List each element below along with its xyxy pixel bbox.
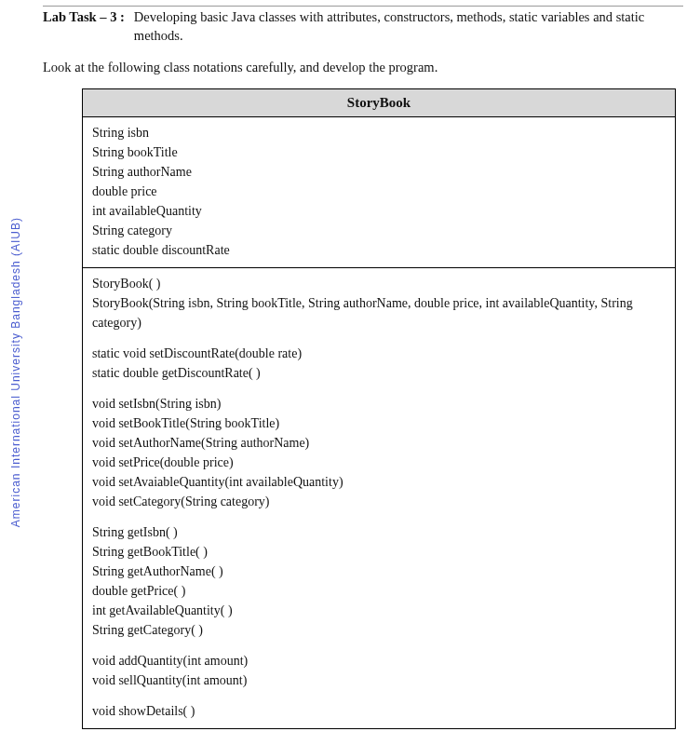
task-description: Developing basic Java classes with attri… [134,8,683,45]
uml-method-line: static void setDiscountRate(double rate) [92,344,666,363]
uml-attr-line: String bookTitle [92,142,666,162]
uml-class-diagram: StoryBook String isbn String bookTitle S… [82,88,676,729]
uml-method-line: String getAuthorName( ) [92,562,666,581]
uml-quantity-ops-group: void addQuantity(int amount) void sellQu… [92,651,666,690]
uml-method-line: String getCategory( ) [92,620,666,640]
uml-method-line: String getBookTitle( ) [92,542,666,562]
uml-attr-line: String isbn [92,123,666,142]
uml-method-line: void setBookTitle(String bookTitle) [92,413,666,433]
task-label: Lab Task – 3 : [43,8,125,25]
uml-method-line: double getPrice( ) [92,581,666,601]
uml-method-line: void setPrice(double price) [92,453,666,472]
uml-setters-group: void setIsbn(String isbn) void setBookTi… [92,394,666,511]
uml-getters-group: String getIsbn( ) String getBookTitle( )… [92,522,666,640]
uml-static-methods-group: static void setDiscountRate(double rate)… [92,344,666,383]
uml-method-line: StoryBook( ) [92,274,666,293]
uml-attributes-cell: String isbn String bookTitle String auth… [83,117,676,268]
uml-method-line: void setCategory(String category) [92,492,666,511]
uml-method-line: void addQuantity(int amount) [92,651,666,670]
uml-method-line: void setAuthorName(String authorName) [92,433,666,453]
uml-attr-line: static double discountRate [92,240,666,260]
uml-methods-cell: StoryBook( ) StoryBook(String isbn, Stri… [83,268,676,729]
task-header: Lab Task – 3 : Developing basic Java cla… [43,6,683,45]
uml-class-name: StoryBook [83,89,676,117]
uml-attr-line: String authorName [92,162,666,182]
uml-constructors-group: StoryBook( ) StoryBook(String isbn, Stri… [92,274,666,332]
instruction-text: Look at the following class notations ca… [43,60,683,75]
uml-method-line: StoryBook(String isbn, String bookTitle,… [92,293,666,332]
page-content: Lab Task – 3 : Developing basic Java cla… [0,0,700,729]
uml-display-group: void showDetails( ) [92,701,666,721]
uml-method-line: void setIsbn(String isbn) [92,394,666,413]
uml-method-line: int getAvailableQuantity( ) [92,601,666,620]
uml-method-line: void sellQuantity(int amount) [92,670,666,690]
uml-method-line: void setAvaiableQuantity(int availableQu… [92,472,666,492]
uml-attr-line: double price [92,182,666,201]
uml-attr-line: int availableQuantity [92,201,666,221]
uml-wrapper: StoryBook String isbn String bookTitle S… [43,88,683,729]
watermark-text: American International University Bangla… [9,217,22,527]
uml-method-line: String getIsbn( ) [92,522,666,542]
uml-method-line: void showDetails( ) [92,701,666,721]
uml-method-line: static double getDiscountRate( ) [92,363,666,383]
side-watermark: American International University Bangla… [7,0,24,745]
uml-attr-line: String category [92,221,666,240]
